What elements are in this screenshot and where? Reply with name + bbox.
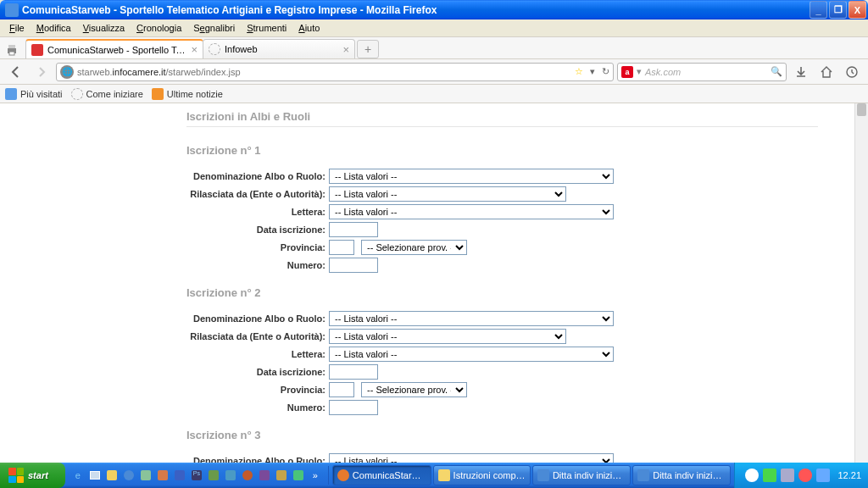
ql-app-icon[interactable] (223, 466, 238, 485)
svg-rect-2 (9, 52, 14, 55)
label-provincia: Provincia (186, 242, 329, 252)
bookmarks-bar: Più visitati Come iniziare Ultime notizi… (0, 85, 868, 103)
task-item-word[interactable]: Ditta indiv inizio press... (632, 465, 731, 485)
url-bar[interactable]: 🌐 starweb.infocamere.it/starweb/index.js… (56, 63, 614, 81)
search-placeholder: Ask.com (645, 67, 771, 77)
select-lettera-1[interactable]: -- Lista valori -- (329, 204, 614, 219)
ql-app-icon[interactable] (274, 466, 289, 485)
tab-label: ComunicaStarweb - Sportello Telematico .… (47, 45, 186, 55)
ql-app-icon[interactable] (138, 466, 153, 485)
select-rilasciata-1[interactable]: -- Lista valori -- (329, 186, 566, 202)
select-denominazione-3[interactable]: -- Lista valori -- (329, 453, 614, 463)
input-prov-code-2[interactable] (329, 382, 354, 397)
tab-bar: ComunicaStarweb - Sportello Telematico .… (0, 37, 868, 59)
menu-visualizza[interactable]: Visualizza (77, 21, 131, 35)
bookmark-label: Ultime notizie (167, 89, 223, 99)
url-dropdown-icon[interactable]: ▾ (590, 66, 595, 77)
maximize-button[interactable]: ❐ (829, 1, 847, 19)
label-denominazione: Denominazione Albo o Ruolo (186, 456, 329, 463)
history-icon[interactable] (841, 61, 863, 83)
label-lettera: Lettera (186, 207, 329, 217)
menu-cronologia[interactable]: Cronologia (131, 21, 187, 35)
select-denominazione-1[interactable]: -- Lista valori -- (329, 169, 614, 184)
word-icon (537, 469, 549, 481)
ql-app-icon[interactable] (155, 466, 170, 485)
label-denominazione: Denominazione Albo o Ruolo (186, 313, 329, 324)
menu-modifica[interactable]: Modifica (31, 21, 77, 35)
back-button[interactable] (5, 61, 27, 83)
ql-word-icon[interactable] (172, 466, 187, 485)
ql-media-icon[interactable] (121, 466, 136, 485)
menu-file[interactable]: File (3, 21, 31, 35)
close-button[interactable]: X (849, 1, 866, 19)
vertical-scrollbar[interactable] (854, 103, 868, 463)
word-icon (637, 469, 649, 481)
bookmark-label: Come iniziare (86, 89, 143, 99)
select-rilasciata-2[interactable]: -- Lista valori -- (329, 329, 566, 344)
globe-icon: 🌐 (60, 65, 74, 79)
ql-app-icon[interactable] (257, 466, 272, 485)
menu-strumenti[interactable]: Strumenti (241, 21, 292, 35)
ask-engine-icon[interactable]: a (621, 66, 633, 78)
task-item-word[interactable]: Ditta indiv inizio press... (532, 465, 631, 485)
input-data-2[interactable] (329, 364, 378, 380)
search-bar[interactable]: a ▾ Ask.com 🔍 (617, 63, 787, 81)
task-label: Ditta indiv inizio press... (653, 470, 726, 480)
tab-close-icon[interactable]: × (191, 43, 198, 56)
tab-infoweb[interactable]: Infoweb × (203, 39, 355, 58)
ql-app-icon[interactable] (240, 466, 255, 485)
tab-close-icon[interactable]: × (342, 43, 349, 56)
minimize-button[interactable]: _ (810, 1, 827, 19)
bookmark-piu-visitati[interactable]: Più visitati (5, 88, 63, 100)
input-numero-2[interactable] (329, 400, 378, 415)
bookmark-come-iniziare[interactable]: Come iniziare (71, 88, 143, 100)
menu-segnalibri[interactable]: Segnalibri (187, 21, 241, 35)
ql-outlook-icon[interactable] (104, 466, 120, 485)
task-item-firefox[interactable]: ComunicaStarweb - S... (332, 465, 431, 485)
menu-bar: File Modifica Visualizza Cronologia Segn… (0, 19, 868, 37)
menu-aiuto[interactable]: Aiuto (292, 21, 326, 35)
ql-app-icon[interactable] (291, 466, 306, 485)
tray-icon[interactable] (816, 469, 830, 482)
print-icon[interactable] (3, 42, 20, 58)
input-prov-code-1[interactable] (329, 240, 354, 255)
bookmark-ultime-notizie[interactable]: Ultime notizie (152, 88, 223, 100)
input-data-1[interactable] (329, 222, 378, 237)
ql-desktop-icon[interactable] (87, 466, 103, 485)
select-lettera-2[interactable]: -- Lista valori -- (329, 347, 614, 362)
forward-button[interactable] (31, 61, 53, 83)
tray-icon[interactable] (745, 469, 759, 482)
home-icon[interactable] (815, 61, 837, 83)
iscrizione-2-title: Iscrizione n° 2 (186, 286, 854, 299)
ql-expand-icon[interactable]: » (308, 466, 323, 485)
navigation-bar: 🌐 starweb.infocamere.it/starweb/index.js… (0, 59, 868, 85)
ql-ie-icon[interactable]: e (70, 466, 86, 485)
task-items: ComunicaStarweb - S... Istruzioni compil… (329, 465, 735, 485)
firefox-icon (5, 3, 19, 17)
tab-comunicastarweb[interactable]: ComunicaStarweb - Sportello Telematico .… (25, 39, 203, 58)
folder-icon (438, 469, 450, 481)
page-content: Iscrizioni in Albi e Ruoli Iscrizione n°… (0, 103, 868, 463)
folder-icon (5, 88, 17, 100)
input-numero-1[interactable] (329, 258, 378, 273)
tray-icon[interactable] (798, 469, 812, 482)
tray-icon[interactable] (763, 469, 776, 482)
downloads-icon[interactable] (790, 61, 812, 83)
window-title: ComunicaStarweb - Sportello Telematico A… (22, 4, 810, 16)
reload-icon[interactable]: ↻ (602, 66, 609, 77)
select-provincia-1[interactable]: -- Selezionare prov. -- (361, 240, 467, 255)
tray-volume-icon[interactable] (781, 469, 794, 482)
url-text: starweb.infocamere.it/starweb/index.jsp (77, 67, 571, 77)
bookmark-star-icon[interactable]: ☆ (575, 66, 583, 77)
ql-ps-icon[interactable]: Ps (189, 466, 204, 485)
scroll-thumb[interactable] (857, 103, 866, 116)
select-provincia-2[interactable]: -- Selezionare prov. -- (361, 382, 467, 397)
search-go-icon[interactable]: 🔍 (771, 66, 782, 78)
start-button[interactable]: start (0, 463, 65, 488)
select-denominazione-2[interactable]: -- Lista valori -- (329, 311, 614, 326)
clock[interactable]: 12.21 (837, 470, 861, 480)
new-tab-button[interactable]: + (357, 40, 379, 58)
search-engine-dropdown-icon[interactable]: ▾ (637, 66, 642, 77)
task-item-folder[interactable]: Istruzioni compilazion... (433, 465, 531, 485)
ql-app-icon[interactable] (206, 466, 221, 485)
